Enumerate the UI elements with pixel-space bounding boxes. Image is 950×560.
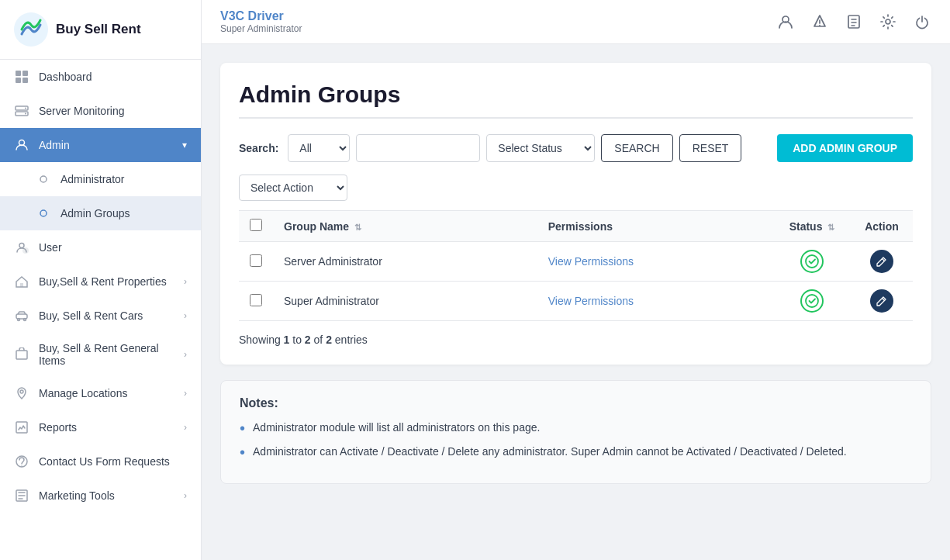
svg-point-19 (20, 390, 23, 393)
cars-icon (14, 308, 29, 323)
list-item: • Administrator can Activate / Deactivat… (240, 444, 912, 460)
group-name-cell: Super Administrator (273, 282, 537, 321)
sidebar-item-contact[interactable]: Contact Us Form Requests (0, 444, 201, 479)
topbar-title: V3C Driver (220, 9, 302, 23)
group-name-label: Group Name (284, 220, 349, 233)
action-label: Action (865, 220, 899, 233)
svg-rect-2 (22, 71, 28, 76)
sidebar-item-user[interactable]: User (0, 230, 201, 264)
svg-point-11 (40, 210, 47, 216)
sidebar: Buy Sell Rent Dashboard Server Monitorin… (0, 0, 202, 560)
server-icon (14, 103, 29, 119)
group-name-cell: Server Administrator (273, 242, 537, 282)
svg-point-28 (806, 295, 818, 307)
of-text: of (314, 334, 323, 346)
view-permissions-link[interactable]: View Permissions (548, 255, 634, 268)
chevron-right-icon: › (184, 310, 187, 321)
sidebar-item-label: Server Monitoring (39, 105, 187, 117)
sidebar-item-general[interactable]: Buy, Sell & Rent General Items › (0, 333, 201, 376)
edit-button[interactable] (870, 289, 893, 313)
dashboard-icon (14, 69, 29, 85)
status-label: Status (789, 220, 823, 233)
general-icon (14, 347, 29, 362)
bullet-icon: • (240, 444, 245, 460)
svg-point-17 (24, 319, 26, 321)
action-cell (851, 242, 913, 282)
sidebar-item-dashboard[interactable]: Dashboard (0, 60, 201, 94)
topbar: V3C Driver Super Administrator (202, 0, 950, 44)
sidebar-item-label: Contact Us Form Requests (39, 455, 187, 468)
add-admin-group-button[interactable]: ADD ADMIN GROUP (777, 134, 913, 162)
view-permissions-link[interactable]: View Permissions (548, 295, 634, 307)
sidebar-item-label: Buy, Sell & Rent General Items (39, 342, 174, 367)
location-icon (14, 385, 29, 401)
table-header-row: Group Name ⇅ Permissions Status ⇅ (239, 211, 913, 242)
entries-text: entries (335, 334, 368, 346)
svg-rect-18 (16, 351, 27, 359)
from-value: 1 (284, 334, 290, 346)
showing-text: Showing (239, 334, 281, 346)
marketing-icon (14, 488, 29, 503)
sidebar-item-reports[interactable]: Reports › (0, 410, 201, 444)
sidebar-item-locations[interactable]: Manage Locations › (0, 376, 201, 410)
search-input[interactable] (356, 134, 480, 162)
alert-icon[interactable] (810, 12, 829, 31)
power-icon[interactable] (913, 12, 931, 31)
sidebar-item-cars[interactable]: Buy, Sell & Rent Cars › (0, 299, 201, 333)
chevron-right-icon: › (184, 388, 187, 399)
reports-icon (14, 420, 29, 435)
search-button[interactable]: SEARCH (601, 134, 672, 162)
notes-card: Notes: • Administrator module will list … (220, 380, 931, 484)
row-checkbox-cell (239, 282, 273, 321)
row-checkbox[interactable] (250, 254, 262, 267)
svg-point-27 (806, 255, 818, 268)
main-area: V3C Driver Super Administrator Admin Gro… (202, 0, 950, 560)
group-name-header[interactable]: Group Name ⇅ (273, 211, 537, 242)
sidebar-item-server-monitoring[interactable]: Server Monitoring (0, 94, 201, 128)
action-cell (851, 282, 913, 321)
admin-groups-table-wrap: Group Name ⇅ Permissions Status ⇅ (239, 210, 913, 321)
sidebar-item-administrator[interactable]: Administrator (0, 162, 201, 196)
sidebar-item-properties[interactable]: Buy,Sell & Rent Properties › (0, 264, 201, 299)
bulk-action-dropdown[interactable]: Select Action (239, 175, 347, 201)
sidebar-item-marketing[interactable]: Marketing Tools › (0, 479, 201, 513)
select-all-checkbox[interactable] (250, 219, 262, 231)
sort-icon: ⇅ (827, 223, 834, 232)
notes-icon[interactable] (845, 12, 863, 31)
svg-point-16 (18, 319, 20, 321)
to-text: to (292, 334, 302, 346)
chevron-down-icon: ▾ (182, 140, 187, 150)
total-value: 2 (326, 334, 332, 346)
permissions-label: Permissions (548, 220, 613, 233)
svg-rect-1 (16, 71, 21, 76)
status-cell (773, 282, 851, 321)
svg-point-22 (21, 465, 22, 467)
edit-button[interactable] (870, 250, 893, 273)
sidebar-item-admin-groups[interactable]: Admin Groups (0, 196, 201, 230)
row-checkbox-cell (239, 242, 273, 282)
user-profile-icon[interactable] (776, 12, 795, 31)
permissions-header: Permissions (537, 211, 773, 242)
note-text: Administrator module will list all admin… (253, 420, 540, 436)
status-header[interactable]: Status ⇅ (773, 211, 851, 242)
brand-logo[interactable]: Buy Sell Rent (0, 0, 201, 60)
sidebar-item-label: Reports (39, 421, 174, 434)
row-checkbox[interactable] (250, 294, 262, 306)
filter-dropdown[interactable]: All All (288, 134, 350, 162)
chevron-right-icon: › (184, 276, 187, 287)
checkbox-header (239, 211, 273, 242)
status-dropdown[interactable]: Select Status Active Inactive (486, 134, 595, 162)
action-header: Action (851, 211, 913, 242)
notes-title: Notes: (240, 396, 912, 410)
contact-icon (14, 454, 29, 469)
note-text: Administrator can Activate / Deactivate … (253, 444, 847, 460)
sidebar-item-label: User (39, 241, 187, 254)
svg-point-26 (886, 19, 890, 24)
sidebar-item-label: Marketing Tools (39, 489, 174, 502)
reset-button[interactable]: RESET (679, 134, 742, 162)
admin-groups-table: Group Name ⇅ Permissions Status ⇅ (239, 210, 913, 321)
settings-icon[interactable] (879, 12, 897, 31)
sidebar-item-admin[interactable]: Admin ▾ (0, 128, 201, 162)
status-active-icon (800, 250, 824, 273)
sort-icon: ⇅ (354, 223, 361, 232)
